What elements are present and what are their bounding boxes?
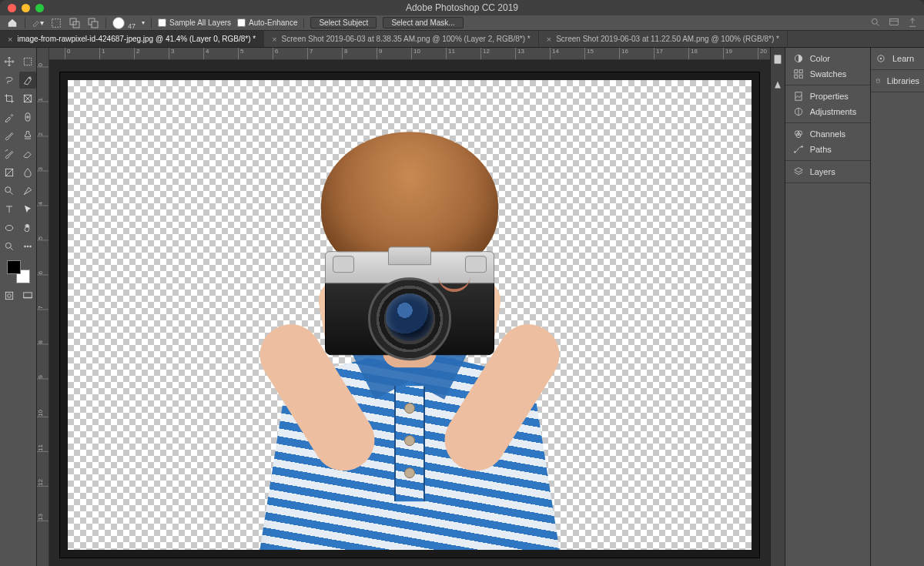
document-tab-bar: × image-from-rawpixel-id-424687-jpeg.jpg…: [0, 31, 924, 48]
panel-color[interactable]: Color: [785, 51, 870, 66]
svg-rect-6: [890, 18, 899, 25]
move-tool-icon[interactable]: [1, 53, 18, 70]
app-title: Adobe Photoshop CC 2019: [0, 2, 924, 13]
foreground-color-swatch[interactable]: [7, 260, 21, 274]
add-selection-icon[interactable]: [69, 17, 81, 29]
auto-enhance-checkbox[interactable]: Auto-Enhance: [237, 18, 297, 27]
panel-properties[interactable]: Properties: [785, 89, 870, 104]
crop-tool-icon[interactable]: [1, 90, 18, 107]
close-tab-icon[interactable]: ×: [272, 35, 276, 44]
svg-rect-7: [24, 58, 31, 65]
share-icon[interactable]: [907, 17, 918, 29]
subtract-selection-icon[interactable]: [87, 17, 99, 29]
type-tool-icon[interactable]: [1, 201, 18, 218]
panel-swatches[interactable]: Swatches: [785, 66, 870, 82]
quick-select-tool-icon[interactable]: [19, 72, 36, 89]
document-tab-label: image-from-rawpixel-id-424687-jpeg.jpg @…: [17, 35, 256, 43]
svg-point-32: [794, 151, 795, 152]
right-panel-column: Color Swatches Properties Adjustments Ch…: [785, 48, 870, 566]
tools-panel: [0, 48, 37, 566]
ruler-vertical[interactable]: 012345678910111213: [37, 48, 49, 566]
document-tab-label: Screen Shot 2019-06-03 at 8.38.35 AM.png…: [282, 35, 531, 43]
edit-toolbar-icon[interactable]: [19, 238, 36, 255]
panel-layers[interactable]: Layers: [785, 164, 870, 179]
collapsed-dock: [770, 48, 785, 566]
stamp-tool-icon[interactable]: [19, 127, 36, 144]
svg-rect-26: [799, 75, 802, 78]
sample-all-layers-checkbox[interactable]: Sample All Layers: [158, 18, 231, 27]
svg-rect-18: [5, 292, 12, 299]
close-tab-icon[interactable]: ×: [547, 35, 551, 44]
panel-adjustments[interactable]: Adjustments: [785, 104, 870, 119]
eraser-tool-icon[interactable]: [19, 146, 36, 162]
blur-tool-icon[interactable]: [19, 164, 36, 181]
svg-rect-24: [799, 70, 802, 73]
shape-tool-icon[interactable]: [1, 219, 18, 236]
svg-point-5: [872, 18, 877, 24]
options-bar: ▾ 47 ▾ Sample All Layers Auto-Enhance Se…: [0, 15, 924, 31]
brush-swatch[interactable]: [112, 17, 125, 29]
brush-size-label: 47: [128, 22, 136, 30]
svg-rect-23: [794, 70, 797, 73]
history-brush-tool-icon[interactable]: [1, 146, 18, 162]
tool-preset-icon[interactable]: ▾: [32, 17, 44, 29]
window-titlebar: Adobe Photoshop CC 2019: [0, 0, 924, 15]
svg-point-8: [28, 77, 30, 79]
new-selection-icon[interactable]: [50, 17, 62, 29]
document-tab[interactable]: × Screen Shot 2019-06-03 at 8.38.35 AM.p…: [264, 31, 539, 47]
close-tab-icon[interactable]: ×: [8, 35, 12, 44]
svg-point-15: [24, 246, 25, 247]
color-fg-bg[interactable]: [7, 260, 30, 283]
svg-point-19: [7, 294, 11, 298]
select-subject-button[interactable]: Select Subject: [310, 17, 377, 28]
svg-rect-20: [23, 293, 32, 298]
panel-paths[interactable]: Paths: [785, 142, 870, 157]
document-tab[interactable]: × image-from-rawpixel-id-424687-jpeg.jpg…: [0, 31, 264, 47]
hand-tool-icon[interactable]: [19, 219, 36, 236]
svg-rect-4: [92, 22, 98, 28]
healing-tool-icon[interactable]: [19, 109, 36, 126]
svg-point-12: [5, 187, 10, 193]
frame-tool-icon[interactable]: [19, 90, 36, 107]
workspace-icon[interactable]: [889, 17, 899, 29]
panel-learn[interactable]: Learn: [871, 51, 924, 66]
character-dock-icon[interactable]: [772, 80, 783, 92]
lasso-tool-icon[interactable]: [1, 72, 18, 89]
document-tab[interactable]: × Screen Shot 2019-06-03 at 11.22.50 AM.…: [539, 31, 788, 47]
screenmode-icon[interactable]: [19, 287, 36, 304]
dodge-tool-icon[interactable]: [1, 183, 18, 199]
gradient-tool-icon[interactable]: [1, 164, 18, 181]
marquee-tool-icon[interactable]: [19, 53, 36, 70]
brush-tool-icon[interactable]: [1, 127, 18, 144]
home-icon[interactable]: [6, 17, 18, 29]
svg-point-14: [5, 243, 11, 248]
history-dock-icon[interactable]: [772, 54, 783, 66]
pen-tool-icon[interactable]: [19, 183, 36, 199]
quickmask-icon[interactable]: [1, 287, 18, 304]
svg-rect-0: [52, 18, 61, 27]
canvas-stage[interactable]: [49, 60, 770, 566]
eyedropper-tool-icon[interactable]: [1, 109, 18, 126]
svg-point-33: [801, 146, 802, 147]
panel-channels[interactable]: Channels: [785, 126, 870, 142]
right-panel-column-2: Learn Libraries: [870, 48, 924, 566]
canvas-artboard[interactable]: [68, 80, 752, 550]
svg-point-13: [5, 226, 12, 231]
svg-point-17: [29, 246, 31, 247]
search-icon[interactable]: [870, 17, 881, 29]
zoom-tool-icon[interactable]: [1, 238, 18, 255]
panel-libraries[interactable]: Libraries: [871, 73, 924, 89]
svg-point-35: [880, 58, 882, 59]
ruler-horizontal[interactable]: 01234567891011121314151617181920: [49, 48, 770, 60]
path-select-tool-icon[interactable]: [19, 201, 36, 218]
document-tab-label: Screen Shot 2019-06-03 at 11.22.50 AM.pn…: [556, 35, 779, 43]
svg-rect-25: [794, 75, 797, 78]
svg-point-16: [27, 246, 28, 247]
select-and-mask-button[interactable]: Select and Mask...: [383, 17, 463, 28]
subject-illustration: [233, 132, 587, 550]
